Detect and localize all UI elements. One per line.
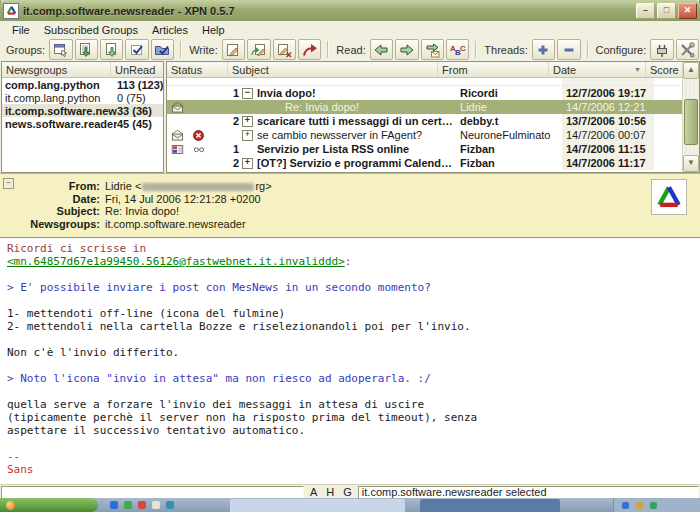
connect-button[interactable]	[650, 39, 673, 60]
newsgroup-unread-count: 45 (45)	[117, 118, 163, 130]
column-header-unread[interactable]: UnRead	[111, 62, 163, 77]
app-logo-icon	[3, 3, 19, 19]
message-date-cell	[562, 78, 654, 85]
header-field-row: Date:Fri, 14 Jul 2006 12:21:28 +0200	[0, 193, 272, 206]
catchup-button[interactable]	[151, 39, 174, 60]
menu-file[interactable]: File	[5, 23, 37, 37]
expand-icon[interactable]	[242, 130, 253, 141]
toolbar-separator	[475, 41, 477, 58]
message-from-cell: NeuroneFulminato	[456, 128, 562, 142]
header-field-value: Fri, 14 Jul 2006 12:21:28 +0200	[105, 193, 261, 206]
reply-icon	[251, 42, 267, 58]
quick-launch-icon[interactable]	[152, 501, 160, 509]
body-text: > E' possibile inviare i post con MesNew…	[7, 281, 431, 294]
quick-launch-icon[interactable]	[166, 501, 174, 509]
taskbar	[0, 498, 700, 512]
scroll-up-icon[interactable]	[683, 62, 699, 79]
message-row[interactable]: 2[OT?] Servizio e programmi Calendario O…	[167, 156, 682, 170]
abc-button[interactable]: ABC	[446, 39, 469, 60]
message-body: Ricordi ci scrisse in<mn.64857d67e1a9945…	[0, 237, 700, 489]
message-row[interactable]: Re: Invia dopo!Lidrie14/7/2006 12:21	[167, 100, 682, 114]
toolbar-separator	[327, 41, 329, 58]
message-row[interactable]: 2scaricare tutti i messaggi di un certo …	[167, 114, 682, 128]
menu-articles[interactable]: Articles	[145, 23, 195, 37]
newsgroup-row[interactable]: it.comp.software.newsreader33 (36)	[2, 104, 163, 117]
quick-launch-icon[interactable]	[124, 501, 132, 509]
body-line	[7, 359, 700, 372]
menu-subscribed-groups[interactable]: Subscribed Groups	[37, 23, 145, 37]
forward-icon	[302, 42, 318, 58]
column-header-subject[interactable]: Subject	[228, 62, 438, 77]
body-line: <mn.64857d67e1a99450.56126@fastwebnet.it…	[7, 255, 700, 268]
tray-icon[interactable]	[636, 502, 643, 509]
start-button[interactable]	[0, 498, 98, 512]
compose-button[interactable]	[222, 39, 245, 60]
censored-email	[142, 183, 254, 191]
task-button-active[interactable]	[420, 499, 560, 512]
compose-icon	[225, 42, 241, 58]
header-field-value: it.comp.software.newsreader	[105, 218, 246, 231]
prev-article-button[interactable]	[370, 39, 393, 60]
mark-read-button[interactable]	[125, 39, 148, 60]
column-header-status[interactable]: Status	[167, 62, 228, 77]
next-unread-icon	[424, 42, 440, 58]
message-row[interactable]: 1Servizio per Lista RSS onlineFizban14/7…	[167, 142, 682, 156]
scrollbar-thumb[interactable]	[684, 99, 698, 145]
message-subject-cell: 1Invia dopo!	[222, 86, 456, 100]
next-article-button[interactable]	[395, 39, 418, 60]
task-button[interactable]	[230, 499, 405, 512]
body-line: 2- mettendoli nella cartella Bozze e ris…	[7, 320, 700, 333]
status-indicators: AHG	[304, 486, 358, 498]
message-status-cell	[167, 114, 222, 128]
column-header-from[interactable]: From	[438, 62, 549, 77]
message-id-link[interactable]: <mn.64857d67e1a99450.56126@fastwebnet.it…	[7, 255, 345, 268]
tray-icon[interactable]	[650, 502, 657, 509]
toolbar-separator	[587, 41, 589, 58]
column-header-score[interactable]: Score	[646, 62, 682, 77]
message-row[interactable]: 1Invia dopo!Ricordi12/7/2006 19:17	[167, 86, 682, 100]
message-status-cell	[167, 142, 222, 156]
newsgroup-name: it.comp.lang.python	[2, 92, 117, 104]
collapse-thread-button[interactable]	[557, 39, 580, 60]
quick-launch-icon[interactable]	[138, 501, 146, 509]
expand-icon[interactable]	[242, 158, 253, 169]
message-status-cell	[167, 156, 222, 170]
followup-button[interactable]	[273, 39, 296, 60]
column-header-newsgroups[interactable]: Newsgroups	[2, 62, 111, 77]
message-row[interactable]: se cambio newsserver in FAgent?NeuroneFu…	[167, 128, 682, 142]
message-subject-cell: 2scaricare tutti i messaggi di un certo …	[222, 114, 456, 128]
message-score-cell	[654, 156, 682, 170]
maximize-button[interactable]	[657, 3, 676, 19]
next-unread-button[interactable]	[421, 39, 444, 60]
message-row[interactable]	[167, 78, 682, 86]
window-title: it.comp.software.newsreader - XPN 0.5.7	[23, 5, 634, 17]
collapse-icon[interactable]	[242, 88, 253, 99]
scroll-down-icon[interactable]	[683, 155, 699, 172]
toolbar-label-threads: Threads:	[484, 44, 527, 56]
newsgroup-row[interactable]: it.comp.lang.python0 (75)	[2, 91, 163, 104]
status-indicator-g: G	[343, 486, 352, 498]
newsgroup-row[interactable]: comp.lang.python113 (123)	[2, 78, 163, 91]
mail-open-icon	[170, 129, 186, 141]
body-line	[7, 437, 700, 450]
minimize-button[interactable]	[636, 3, 655, 19]
expand-thread-button[interactable]	[532, 39, 555, 60]
column-header-date[interactable]: Date	[549, 62, 646, 77]
status-bar: AHG it.comp.software.newsreader selected	[0, 484, 700, 499]
reply-button[interactable]	[247, 39, 270, 60]
download-headers-button[interactable]	[75, 39, 98, 60]
tray-icon[interactable]	[622, 502, 629, 509]
settings-button[interactable]	[676, 39, 699, 60]
scrollbar-track[interactable]	[683, 79, 699, 155]
quick-launch-icon[interactable]	[110, 501, 118, 509]
close-button[interactable]	[678, 3, 697, 19]
forward-button[interactable]	[298, 39, 321, 60]
expand-icon[interactable]	[242, 116, 253, 127]
svg-text:C: C	[460, 44, 466, 53]
header-field-value: Lidrie <rg>	[105, 180, 272, 193]
newsgroup-name: it.comp.software.newsreader	[2, 105, 117, 117]
menu-help[interactable]: Help	[195, 23, 232, 37]
download-bodies-button[interactable]	[100, 39, 123, 60]
newsgroup-row[interactable]: news.software.readers45 (45)	[2, 117, 163, 130]
subscribe-groups-button[interactable]	[49, 39, 72, 60]
